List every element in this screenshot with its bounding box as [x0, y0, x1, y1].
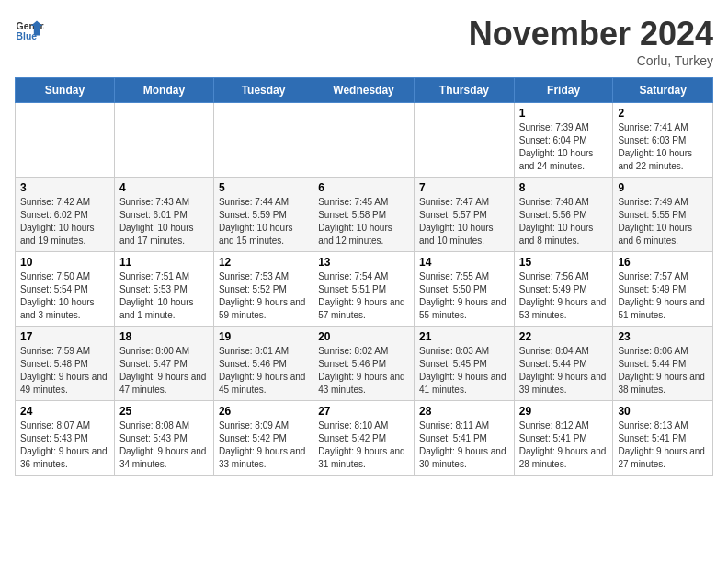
day-info: Sunrise: 7:51 AM Sunset: 5:53 PM Dayligh…	[119, 270, 209, 322]
location: Corlu, Turkey	[469, 53, 713, 68]
calendar-cell: 6Sunrise: 7:45 AM Sunset: 5:58 PM Daylig…	[313, 178, 415, 252]
calendar-day-header: Friday	[514, 78, 613, 103]
calendar-cell: 16Sunrise: 7:57 AM Sunset: 5:49 PM Dayli…	[613, 252, 713, 327]
calendar-cell	[414, 103, 514, 178]
day-info: Sunrise: 8:06 AM Sunset: 5:44 PM Dayligh…	[618, 345, 708, 396]
day-number: 25	[119, 405, 209, 418]
day-info: Sunrise: 7:55 AM Sunset: 5:50 PM Dayligh…	[419, 270, 509, 322]
day-number: 22	[519, 330, 609, 343]
day-info: Sunrise: 8:12 AM Sunset: 5:41 PM Dayligh…	[519, 419, 609, 471]
day-number: 12	[219, 256, 308, 269]
day-info: Sunrise: 7:47 AM Sunset: 5:57 PM Dayligh…	[419, 196, 509, 247]
day-info: Sunrise: 8:03 AM Sunset: 5:45 PM Dayligh…	[419, 345, 509, 396]
logo: General Blue	[15, 15, 44, 44]
day-number: 7	[419, 181, 509, 194]
day-number: 16	[618, 256, 708, 269]
calendar-table: SundayMondayTuesdayWednesdayThursdayFrid…	[15, 77, 713, 476]
calendar-cell: 18Sunrise: 8:00 AM Sunset: 5:47 PM Dayli…	[114, 327, 213, 401]
calendar-cell: 21Sunrise: 8:03 AM Sunset: 5:45 PM Dayli…	[414, 327, 514, 401]
calendar-cell: 12Sunrise: 7:53 AM Sunset: 5:52 PM Dayli…	[213, 252, 313, 327]
calendar-cell: 30Sunrise: 8:13 AM Sunset: 5:41 PM Dayli…	[613, 401, 713, 476]
day-number: 28	[419, 405, 509, 418]
day-info: Sunrise: 8:13 AM Sunset: 5:41 PM Dayligh…	[618, 419, 708, 471]
calendar-header-row: SundayMondayTuesdayWednesdayThursdayFrid…	[16, 78, 713, 103]
day-info: Sunrise: 7:56 AM Sunset: 5:49 PM Dayligh…	[519, 270, 609, 322]
day-number: 9	[618, 181, 708, 194]
calendar-cell: 9Sunrise: 7:49 AM Sunset: 5:55 PM Daylig…	[613, 178, 713, 252]
calendar-cell	[114, 103, 213, 178]
calendar-week-row: 17Sunrise: 7:59 AM Sunset: 5:48 PM Dayli…	[16, 327, 713, 401]
calendar-cell: 4Sunrise: 7:43 AM Sunset: 6:01 PM Daylig…	[114, 178, 213, 252]
calendar-cell: 3Sunrise: 7:42 AM Sunset: 6:02 PM Daylig…	[16, 178, 115, 252]
day-number: 13	[318, 256, 409, 269]
calendar-day-header: Monday	[114, 78, 213, 103]
day-info: Sunrise: 7:45 AM Sunset: 5:58 PM Dayligh…	[318, 196, 409, 247]
day-info: Sunrise: 8:07 AM Sunset: 5:43 PM Dayligh…	[20, 419, 109, 471]
calendar-cell	[313, 103, 415, 178]
calendar-cell: 8Sunrise: 7:48 AM Sunset: 5:56 PM Daylig…	[514, 178, 613, 252]
day-number: 30	[618, 405, 708, 418]
day-number: 18	[119, 330, 209, 343]
day-number: 4	[119, 181, 209, 194]
day-number: 14	[419, 256, 509, 269]
day-info: Sunrise: 7:54 AM Sunset: 5:51 PM Dayligh…	[318, 270, 409, 322]
calendar-cell	[213, 103, 313, 178]
calendar-cell: 15Sunrise: 7:56 AM Sunset: 5:49 PM Dayli…	[514, 252, 613, 327]
day-number: 11	[119, 256, 209, 269]
calendar-cell: 13Sunrise: 7:54 AM Sunset: 5:51 PM Dayli…	[313, 252, 415, 327]
day-number: 23	[618, 330, 708, 343]
day-number: 29	[519, 405, 609, 418]
day-info: Sunrise: 8:11 AM Sunset: 5:41 PM Dayligh…	[419, 419, 509, 471]
calendar-day-header: Wednesday	[313, 78, 415, 103]
calendar-week-row: 1Sunrise: 7:39 AM Sunset: 6:04 PM Daylig…	[16, 103, 713, 178]
calendar-cell: 20Sunrise: 8:02 AM Sunset: 5:46 PM Dayli…	[313, 327, 415, 401]
calendar-day-header: Tuesday	[213, 78, 313, 103]
calendar-cell: 17Sunrise: 7:59 AM Sunset: 5:48 PM Dayli…	[16, 327, 115, 401]
day-number: 21	[419, 330, 509, 343]
day-info: Sunrise: 8:04 AM Sunset: 5:44 PM Dayligh…	[519, 345, 609, 396]
calendar-cell: 7Sunrise: 7:47 AM Sunset: 5:57 PM Daylig…	[414, 178, 514, 252]
logo-icon: General Blue	[15, 15, 44, 44]
title-area: November 2024 Corlu, Turkey	[469, 15, 713, 68]
day-number: 27	[318, 405, 409, 418]
calendar-cell: 23Sunrise: 8:06 AM Sunset: 5:44 PM Dayli…	[613, 327, 713, 401]
calendar-cell: 29Sunrise: 8:12 AM Sunset: 5:41 PM Dayli…	[514, 401, 613, 476]
calendar-cell: 27Sunrise: 8:10 AM Sunset: 5:42 PM Dayli…	[313, 401, 415, 476]
calendar-cell: 1Sunrise: 7:39 AM Sunset: 6:04 PM Daylig…	[514, 103, 613, 178]
calendar-cell: 22Sunrise: 8:04 AM Sunset: 5:44 PM Dayli…	[514, 327, 613, 401]
calendar-cell: 2Sunrise: 7:41 AM Sunset: 6:03 PM Daylig…	[613, 103, 713, 178]
day-number: 5	[219, 181, 308, 194]
day-info: Sunrise: 7:41 AM Sunset: 6:03 PM Dayligh…	[618, 121, 708, 173]
month-title: November 2024	[469, 15, 713, 53]
day-info: Sunrise: 7:42 AM Sunset: 6:02 PM Dayligh…	[20, 196, 109, 247]
day-info: Sunrise: 8:09 AM Sunset: 5:42 PM Dayligh…	[219, 419, 308, 471]
calendar-cell	[16, 103, 115, 178]
day-number: 10	[20, 256, 109, 269]
day-number: 17	[20, 330, 109, 343]
day-number: 24	[20, 405, 109, 418]
day-info: Sunrise: 8:02 AM Sunset: 5:46 PM Dayligh…	[318, 345, 409, 396]
calendar-cell: 10Sunrise: 7:50 AM Sunset: 5:54 PM Dayli…	[16, 252, 115, 327]
calendar-cell: 28Sunrise: 8:11 AM Sunset: 5:41 PM Dayli…	[414, 401, 514, 476]
day-info: Sunrise: 7:59 AM Sunset: 5:48 PM Dayligh…	[20, 345, 109, 396]
day-info: Sunrise: 7:50 AM Sunset: 5:54 PM Dayligh…	[20, 270, 109, 322]
day-number: 8	[519, 181, 609, 194]
day-number: 1	[519, 107, 609, 120]
calendar-day-header: Sunday	[16, 78, 115, 103]
day-info: Sunrise: 8:00 AM Sunset: 5:47 PM Dayligh…	[119, 345, 209, 396]
calendar-cell: 25Sunrise: 8:08 AM Sunset: 5:43 PM Dayli…	[114, 401, 213, 476]
day-info: Sunrise: 7:48 AM Sunset: 5:56 PM Dayligh…	[519, 196, 609, 247]
day-info: Sunrise: 7:39 AM Sunset: 6:04 PM Dayligh…	[519, 121, 609, 173]
day-number: 6	[318, 181, 409, 194]
svg-text:General: General	[17, 21, 44, 31]
calendar-week-row: 10Sunrise: 7:50 AM Sunset: 5:54 PM Dayli…	[16, 252, 713, 327]
calendar-day-header: Thursday	[414, 78, 514, 103]
day-info: Sunrise: 7:53 AM Sunset: 5:52 PM Dayligh…	[219, 270, 308, 322]
calendar-week-row: 3Sunrise: 7:42 AM Sunset: 6:02 PM Daylig…	[16, 178, 713, 252]
day-info: Sunrise: 7:49 AM Sunset: 5:55 PM Dayligh…	[618, 196, 708, 247]
day-number: 15	[519, 256, 609, 269]
day-info: Sunrise: 7:43 AM Sunset: 6:01 PM Dayligh…	[119, 196, 209, 247]
day-info: Sunrise: 8:08 AM Sunset: 5:43 PM Dayligh…	[119, 419, 209, 471]
calendar-week-row: 24Sunrise: 8:07 AM Sunset: 5:43 PM Dayli…	[16, 401, 713, 476]
calendar-body: 1Sunrise: 7:39 AM Sunset: 6:04 PM Daylig…	[16, 103, 713, 476]
